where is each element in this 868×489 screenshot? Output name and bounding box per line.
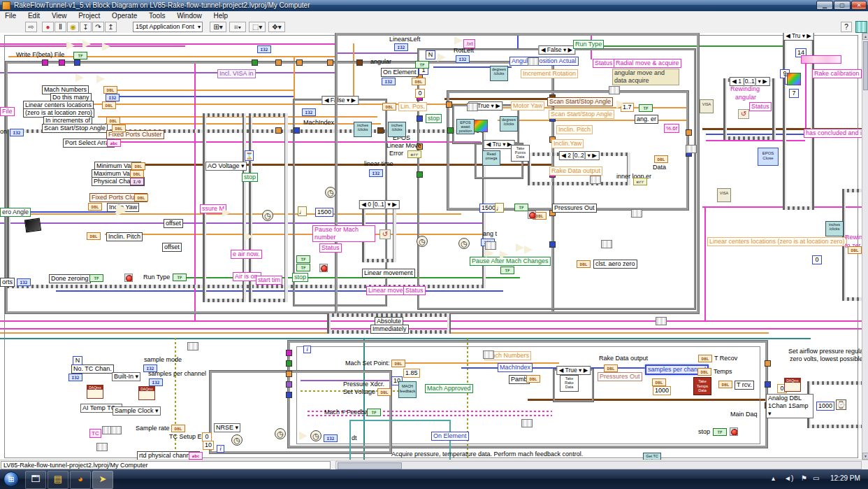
terminal-str[interactable]: abc xyxy=(189,452,203,460)
case-selector-label[interactable]: ◀ Tru ▾ ▶ xyxy=(484,140,515,149)
network-icon[interactable]: ▭ xyxy=(813,474,819,482)
taskbar-app-icon[interactable]: 🗔 xyxy=(25,471,46,489)
numeric-constant[interactable]: 1000 xyxy=(816,402,834,411)
terminal-tf[interactable]: TF xyxy=(173,274,187,281)
vertical-scrollbar[interactable]: ▲ ▼ xyxy=(862,33,868,460)
terminal-tf[interactable]: TF xyxy=(713,428,727,436)
subvi-icon[interactable]: degrees /clicks xyxy=(490,66,508,81)
enum-constant[interactable]: Analog DBL 1Chan 1Samp ▾ xyxy=(766,394,813,418)
terminal-str[interactable]: abc xyxy=(107,139,121,147)
stop-button[interactable] xyxy=(319,264,328,272)
case-selector-label[interactable]: ◀ 2 [0..2] ▾ ▶ xyxy=(558,151,599,160)
start-button[interactable]: ⊞ xyxy=(3,472,19,487)
terminal-dbl[interactable]: DBL xyxy=(134,194,148,201)
menu-file[interactable]: File xyxy=(0,11,21,21)
numeric-constant[interactable]: N xyxy=(426,50,435,59)
terminal-dbl[interactable]: DBL xyxy=(131,162,145,170)
terminal-i32[interactable]: I32 xyxy=(106,94,120,101)
terminal-io[interactable]: I/O xyxy=(130,178,144,185)
menu-view[interactable]: View xyxy=(47,11,72,21)
clean-up-diagram-icon[interactable] xyxy=(855,21,867,33)
terminal-tf[interactable]: TF xyxy=(73,52,87,59)
subvi-icon[interactable]: Get TC lookup xyxy=(643,453,661,460)
terminal-err[interactable]: err xyxy=(633,178,647,185)
terminal-i32[interactable]: I32 xyxy=(257,45,271,53)
clock-icon[interactable]: ◷ xyxy=(325,187,336,198)
terminal-i32[interactable]: I32 xyxy=(394,43,408,51)
block-diagram-canvas[interactable]: ◀ False ▾ ▶◀ False ▾ ▶◀ True ▾ ▶◀ Tru ▾ … xyxy=(0,33,862,460)
subvi-icon[interactable]: inches /clicks xyxy=(825,221,844,236)
volume-icon[interactable]: ◄) xyxy=(784,474,793,482)
terminal-tf[interactable]: TF xyxy=(415,61,429,69)
terminal-dbl[interactable]: DBL xyxy=(87,232,101,240)
iteration-terminal[interactable]: i xyxy=(303,346,311,353)
daqmx-subvi-icon[interactable]: DAQmx xyxy=(87,385,103,399)
terminal-tf[interactable]: TF xyxy=(296,264,310,271)
subvi-icon[interactable] xyxy=(787,73,801,85)
terminal-dbl[interactable]: DBL xyxy=(412,78,426,85)
iteration-terminal[interactable]: i xyxy=(217,445,224,453)
terminal-dbl[interactable]: DBL xyxy=(382,103,396,111)
terminal-tf[interactable]: TF xyxy=(89,274,103,282)
terminal-i32[interactable]: I32 xyxy=(302,108,316,116)
enum-constant[interactable]: NRSE ▾ xyxy=(214,423,240,432)
step-into-icon[interactable]: ↧ xyxy=(80,22,92,32)
font-selector[interactable]: 15pt Application Font xyxy=(133,22,203,32)
metronome-icon[interactable]: ♩ xyxy=(495,203,504,213)
array-node-icon[interactable] xyxy=(485,241,496,250)
clock-icon[interactable]: ◷ xyxy=(262,210,273,221)
subvi-icon[interactable]: MACH feedback xyxy=(398,381,417,398)
subvi-icon[interactable]: inches /clicks xyxy=(388,122,406,137)
terminal-dbl[interactable]: DBL xyxy=(102,101,116,109)
terminal-dbl[interactable]: DBL xyxy=(698,355,712,362)
stop-button[interactable] xyxy=(124,274,133,282)
terminal-dbl[interactable]: DBL xyxy=(848,246,862,254)
clock-icon[interactable]: ◷ xyxy=(458,238,470,249)
taskbar-clock[interactable]: 12:29 PM xyxy=(830,474,860,482)
string-constant[interactable] xyxy=(801,55,841,64)
context-help-button[interactable]: ? xyxy=(841,22,852,32)
array-node-icon[interactable] xyxy=(187,342,198,350)
rewind-subvi-icon[interactable]: ↺ xyxy=(738,109,749,119)
abort-button[interactable]: ● xyxy=(42,22,54,32)
tray-expand-icon[interactable]: ▴ xyxy=(772,474,775,482)
step-out-icon[interactable]: ↥ xyxy=(105,22,117,32)
horizontal-scroll-thumb[interactable] xyxy=(338,462,402,469)
array-node-icon[interactable] xyxy=(521,419,533,427)
menu-project[interactable]: Project xyxy=(73,11,105,21)
clock-icon[interactable]: ◷ xyxy=(310,430,321,441)
terminal-dbl[interactable]: DBL xyxy=(652,378,666,386)
terminal-dbl[interactable]: DBL xyxy=(718,381,732,388)
terminal-dbl[interactable]: DBL xyxy=(697,368,711,376)
subvi-icon[interactable] xyxy=(24,218,41,233)
case-selector-label[interactable]: ◀ True ▾ ▶ xyxy=(556,366,591,375)
array-node-icon[interactable] xyxy=(686,145,697,153)
vertical-scroll-thumb[interactable] xyxy=(863,41,868,90)
terminal-tf[interactable]: TF xyxy=(639,104,653,112)
numeric-constant[interactable]: 1.85 xyxy=(403,369,420,378)
align-objects-dropdown[interactable]: ⊞▾ xyxy=(210,22,226,32)
terminal-dbl[interactable]: DBL xyxy=(112,125,126,132)
horizontal-scrollbar[interactable] xyxy=(335,461,862,469)
maximize-button[interactable]: ▢ xyxy=(834,1,851,10)
minimize-button[interactable]: ▁ xyxy=(816,1,833,10)
clock-icon[interactable]: ◷ xyxy=(275,428,286,439)
subvi-icon[interactable]: inches /clicks xyxy=(354,122,372,137)
resize-objects-dropdown[interactable]: ⬚▾ xyxy=(249,22,266,32)
terminal-dbl[interactable]: DBL xyxy=(604,364,618,372)
enum-constant[interactable]: AO Voltage ▾ xyxy=(205,162,247,171)
numeric-constant[interactable]: 1000 xyxy=(653,386,671,395)
terminal-i32[interactable]: I32 xyxy=(324,434,338,442)
terminal-dbl[interactable]: DBL xyxy=(103,86,117,94)
scroll-down-arrow[interactable]: ▼ xyxy=(862,453,868,460)
terminal-err[interactable]: err xyxy=(407,150,421,158)
numeric-constant[interactable]: 1500 xyxy=(315,208,333,217)
menu-window[interactable]: Window xyxy=(172,11,207,21)
subvi-icon[interactable]: Take Rake Data xyxy=(560,375,579,392)
array-node-icon[interactable] xyxy=(609,86,620,94)
terminal-dbl[interactable]: DBL xyxy=(88,203,102,211)
menu-edit[interactable]: Edit xyxy=(23,11,45,21)
terminal-dbl[interactable]: DBL xyxy=(106,117,120,125)
subvi-icon[interactable]: Take Points Data xyxy=(511,145,530,162)
array-node-icon[interactable] xyxy=(656,317,667,325)
